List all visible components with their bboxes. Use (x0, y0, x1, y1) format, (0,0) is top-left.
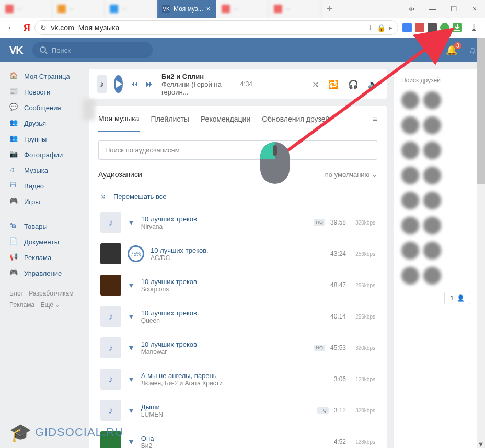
tab-playlists[interactable]: Плейлисты (151, 107, 189, 132)
track-cover[interactable]: ♪ (100, 337, 121, 358)
new-tab-button[interactable]: + (321, 3, 339, 15)
download-icon[interactable]: ▼ (128, 218, 135, 227)
track-cover[interactable]: ♪ (100, 212, 121, 233)
track-row[interactable]: ♪ ▼ 10 лучших треков Nirvana HQ 39:58 32… (89, 207, 387, 238)
download-icon[interactable]: ▼ (128, 438, 135, 446)
browser-tab[interactable]: ··· (0, 0, 52, 18)
audio-search-input[interactable]: Поиск по аудиозаписям (98, 140, 377, 160)
friend-row[interactable] (401, 267, 470, 285)
browser-tab-active[interactable]: VK Моя муз... × (157, 0, 216, 18)
browser-tab[interactable]: ··· (216, 0, 269, 18)
sidebar-item-video[interactable]: 🎞Видео (0, 178, 89, 194)
track-row[interactable]: ♪ ▼ 10 лучших треков Manowar HQ 45:53 32… (89, 332, 387, 363)
scrollbar-thumb[interactable] (477, 38, 485, 184)
download-icon[interactable]: ▼ (128, 312, 135, 321)
notification-badge: 3 (454, 42, 461, 49)
translate-ext-icon[interactable] (402, 23, 412, 32)
browser-tab[interactable]: ··· (105, 0, 157, 18)
sidebar-item-games[interactable]: 🎮Игры (0, 194, 89, 209)
track-cover[interactable]: ♪ (100, 306, 121, 327)
sidebar-item-friends[interactable]: 👥Друзья (0, 115, 89, 131)
track-row[interactable]: ♪ ▼ Дыши LUMEN HQ 3:12 320kbps (89, 395, 387, 426)
download-progress[interactable]: 75% (128, 245, 144, 262)
friend-row[interactable] (401, 242, 470, 260)
sidebar-item-groups[interactable]: 👥Группы (0, 131, 89, 147)
downloads-button[interactable]: ⤓ (466, 20, 481, 35)
friend-row[interactable] (401, 91, 470, 109)
sidebar-item-ads[interactable]: 📢Реклама (0, 250, 89, 265)
volume-icon[interactable]: 🔈 (368, 79, 378, 89)
sidebar-item-music[interactable]: ♫Музыка (0, 162, 89, 178)
player-artwork[interactable]: ♪ (97, 75, 107, 93)
vk-search-input[interactable]: Поиск (32, 42, 153, 58)
scroll-down-arrow[interactable]: ▾ (477, 440, 485, 448)
tab-my-music[interactable]: Моя музыка (98, 106, 140, 132)
music-header-icon[interactable]: ♫ (469, 45, 476, 56)
footer-blog-link[interactable]: Блог (9, 290, 23, 297)
track-row[interactable]: ♪ ▼ 10 лучших треков. Queen 40:14 256kbp… (89, 301, 387, 332)
track-cover[interactable]: ♪ (100, 400, 121, 421)
friend-row[interactable] (401, 116, 470, 134)
track-cover[interactable] (100, 243, 121, 264)
download-icon[interactable]: ▼ (128, 406, 135, 415)
sort-dropdown[interactable]: по умолчанию ⌄ (325, 171, 377, 179)
track-cover[interactable] (100, 275, 121, 296)
friend-row[interactable] (401, 167, 470, 184)
sidebar-item-messages[interactable]: 💬Сообщения (0, 100, 89, 115)
tab-close-icon[interactable]: × (206, 5, 211, 13)
adguard-ext-icon[interactable] (440, 23, 449, 32)
broadcast-icon[interactable]: 🎧 (348, 79, 359, 89)
sidebar-item-news[interactable]: 📰Новости (0, 84, 89, 100)
maximize-button[interactable]: ☐ (443, 0, 464, 18)
footer-more-link[interactable]: Ещё ⌄ (40, 301, 60, 309)
next-button[interactable]: ⏭ (146, 79, 154, 89)
track-row[interactable]: ♪ ▼ А мы не ангелы, парень Люмен, Би-2 и… (89, 363, 387, 395)
player-track[interactable]: Би2 и Сплин – Феллини (Герой на героин..… (161, 73, 233, 96)
play-button[interactable] (114, 75, 123, 93)
sidebar-item-admin[interactable]: 🎮Управление (0, 265, 89, 281)
footer-devs-link[interactable]: Разработчикам (29, 290, 73, 297)
shuffle-all-button[interactable]: ⤭ Перемешать все (89, 186, 387, 207)
bookmark-icon[interactable]: ▸ (389, 23, 392, 32)
url-field[interactable]: ↻ vk.com Моя музыка ⤓ 🔒 ▸ (34, 20, 398, 35)
shuffle-icon[interactable]: ⤭ (312, 79, 319, 89)
sidebar-item-market[interactable]: 🛍Товары (0, 218, 89, 234)
camera-ext-icon[interactable] (428, 23, 437, 32)
track-artist: AC/DC (151, 254, 324, 262)
track-cover[interactable]: ♪ (100, 369, 121, 390)
sidebar-item-docs[interactable]: 📄Документы (0, 234, 89, 250)
close-window-button[interactable]: × (464, 0, 485, 18)
footer-ads-link[interactable]: Реклама (9, 301, 34, 309)
download-icon[interactable]: ▼ (128, 375, 135, 383)
friend-row[interactable] (401, 142, 470, 159)
filter-icon[interactable]: ≡ (373, 114, 377, 124)
notifications-button[interactable]: 🔔3 (446, 44, 457, 56)
download-icon[interactable]: ▼ (128, 281, 135, 289)
minimize-button[interactable]: — (422, 0, 443, 18)
repeat-icon[interactable]: 🔁 (328, 79, 339, 89)
back-button[interactable]: ← (4, 20, 19, 35)
page-scrollbar[interactable]: ▾ (477, 38, 485, 448)
prev-button[interactable]: ⏮ (130, 79, 138, 89)
vk-logo[interactable]: VK (9, 44, 23, 56)
track-row[interactable]: ▼ Она Би2 4:52 128kbps (89, 426, 387, 448)
download-url-icon[interactable]: ⤓ (367, 23, 374, 32)
download-icon[interactable]: ▼ (128, 344, 135, 352)
browser-tab[interactable]: ··· (52, 0, 105, 18)
tab-recommendations[interactable]: Рекомендации (201, 107, 250, 132)
sidebar-item-mypage[interactable]: 🏠Моя Страница (0, 68, 89, 84)
sidebar-item-photos[interactable]: 📷Фотографии (0, 147, 89, 162)
reader-mode-icon[interactable]: ⇹ (401, 0, 422, 18)
friend-count-badge[interactable]: 1 👤 (444, 292, 470, 304)
savefrom-ext-icon[interactable] (453, 23, 462, 32)
tab-friends-updates[interactable]: Обновления друзей (262, 107, 329, 132)
friend-avatar (401, 217, 419, 234)
reload-icon[interactable]: ↻ (40, 23, 47, 32)
yandex-logo[interactable]: Я (23, 22, 30, 34)
browser-tab[interactable]: ··· (269, 0, 321, 18)
tv-ext-icon[interactable] (415, 23, 424, 32)
track-row[interactable]: ▼ 10 лучших треков Scorpions 48:47 256kb… (89, 269, 387, 301)
friend-row[interactable] (401, 217, 470, 234)
track-row[interactable]: 75% 10 лучших треков. AC/DC 43:24 256kbp… (89, 238, 387, 269)
friend-row[interactable] (401, 192, 470, 209)
